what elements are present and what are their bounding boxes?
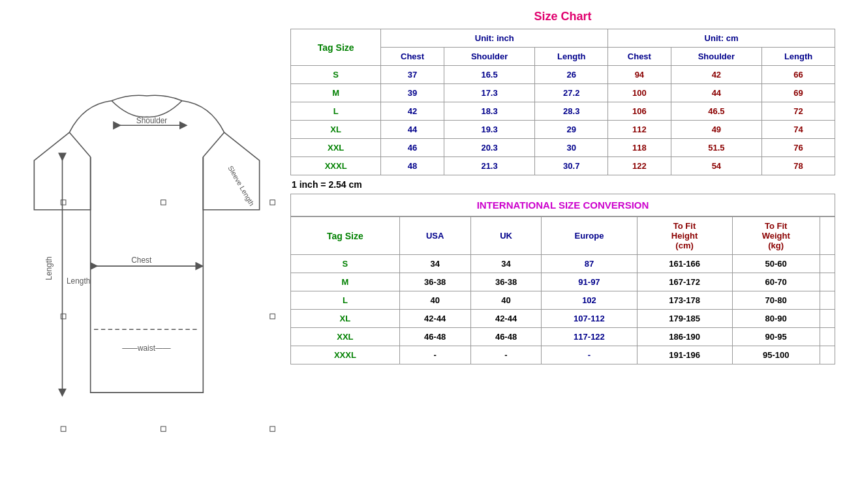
inch-chest-val: 48 (381, 157, 444, 175)
conv-usa-cell: 46-48 (399, 328, 470, 346)
length-label2: Length (67, 276, 90, 286)
corner-mark-2 (161, 200, 166, 205)
inch-shoulder-val: 20.3 (444, 139, 535, 157)
conv-usa-cell: 40 (399, 291, 470, 310)
conv-height-cell: 186-190 (637, 328, 732, 346)
size-chart-table: Tag Size Unit: inch Unit: cm Chest Shoul… (290, 29, 835, 175)
conv-tag-cell: S (291, 255, 400, 273)
conv-empty-cell (820, 255, 835, 273)
inch-shoulder-val: 18.3 (444, 102, 535, 121)
intl-weight-header: To FitWeight(kg) (732, 217, 820, 255)
corner-mark-8 (270, 426, 275, 432)
cm-length-val: 69 (762, 84, 835, 102)
conv-empty-cell (820, 291, 835, 310)
cm-shoulder-val: 46.5 (671, 102, 762, 121)
conv-europe-cell: 117-122 (542, 328, 637, 346)
inch-length-val: 27.2 (535, 84, 608, 102)
tag-size-cell: M (291, 84, 381, 102)
tag-size-cell: S (291, 66, 381, 84)
conversion-title: INTERNATIONAL SIZE CONVERSION (291, 194, 835, 216)
corner-mark-3 (270, 200, 275, 205)
intl-tag-header: Tag Size (291, 217, 400, 255)
conv-europe-cell: - (542, 346, 637, 364)
intl-uk-header: UK (470, 217, 542, 255)
conv-height-cell: 173-178 (637, 291, 732, 310)
inch-length-val: 30.7 (535, 157, 608, 175)
conv-uk-cell: 42-44 (470, 310, 542, 328)
corner-mark-6 (61, 426, 66, 432)
conv-tag-cell: XXL (291, 328, 400, 346)
corner-mark-1 (61, 200, 66, 205)
conv-empty-cell (820, 328, 835, 346)
conv-uk-cell: 36-38 (470, 273, 542, 291)
inch-shoulder-val: 16.5 (444, 66, 535, 84)
cm-length-val: 76 (762, 139, 835, 157)
inch-chest-val: 39 (381, 84, 444, 102)
conv-europe-cell: 107-112 (542, 310, 637, 328)
size-row: XL 44 19.3 29 112 49 74 (291, 121, 835, 139)
conv-uk-cell: 46-48 (470, 328, 542, 346)
inch-length-val: 29 (535, 121, 608, 139)
intl-usa-header: USA (399, 217, 470, 255)
corner-mark-5 (270, 314, 275, 319)
inch-chest-val: 46 (381, 139, 444, 157)
size-row: S 37 16.5 26 94 42 66 (291, 66, 835, 84)
conv-usa-cell: 34 (399, 255, 470, 273)
unit-inch-header: Unit: inch (381, 29, 608, 48)
conv-uk-cell: 40 (470, 291, 542, 310)
conversion-title-table: INTERNATIONAL SIZE CONVERSION (290, 194, 835, 216)
conv-height-cell: 191-196 (637, 346, 732, 364)
conv-uk-cell: - (470, 346, 542, 364)
intl-height-header: To FitHeight(cm) (637, 217, 732, 255)
inch-shoulder-val: 17.3 (444, 84, 535, 102)
inch-shoulder-header: Shoulder (444, 48, 535, 66)
sleeve-label: Sleeve Length (226, 164, 256, 207)
conv-usa-cell: - (399, 346, 470, 364)
cm-chest-val: 100 (608, 84, 671, 102)
conv-europe-cell: 87 (542, 255, 637, 273)
inch-length-val: 30 (535, 139, 608, 157)
tag-size-cell: XL (291, 121, 381, 139)
conversion-row: XXL 46-48 46-48 117-122 186-190 90-95 (291, 328, 835, 346)
cm-shoulder-val: 54 (671, 157, 762, 175)
conv-europe-cell: 91-97 (542, 273, 637, 291)
conv-height-cell: 161-166 (637, 255, 732, 273)
cm-chest-val: 112 (608, 121, 671, 139)
shirt-diagram-panel: Shoulder Chest Length Length Sleeve Leng… (7, 7, 287, 497)
intl-europe-header: Europe (542, 217, 637, 255)
conv-weight-cell: 95-100 (732, 346, 820, 364)
size-chart-title: Size Chart (290, 10, 835, 23)
conversion-table: Tag Size USA UK Europe To FitHeight(cm) … (290, 216, 835, 364)
inch-shoulder-val: 19.3 (444, 121, 535, 139)
conversion-row: M 36-38 36-38 91-97 167-172 60-70 (291, 273, 835, 291)
length-label: Length (44, 256, 54, 280)
waist-label: ——waist—— (122, 344, 171, 353)
conv-weight-cell: 70-80 (732, 291, 820, 310)
conv-uk-cell: 34 (470, 255, 542, 273)
inch-length-val: 28.3 (535, 102, 608, 121)
cm-length-header: Length (762, 48, 835, 66)
conv-tag-cell: XL (291, 310, 400, 328)
conversion-row: S 34 34 87 161-166 50-60 (291, 255, 835, 273)
conv-europe-cell: 102 (542, 291, 637, 310)
cm-chest-header: Chest (608, 48, 671, 66)
cm-chest-val: 106 (608, 102, 671, 121)
cm-chest-val: 122 (608, 157, 671, 175)
conv-empty-cell (820, 310, 835, 328)
inch-shoulder-val: 21.3 (444, 157, 535, 175)
cm-chest-val: 118 (608, 139, 671, 157)
conv-empty-cell (820, 273, 835, 291)
conv-weight-cell: 60-70 (732, 273, 820, 291)
intl-empty-header (820, 217, 835, 255)
corner-mark-4 (61, 314, 66, 319)
unit-cm-header: Unit: cm (608, 29, 835, 48)
inch-length-header: Length (535, 48, 608, 66)
conv-usa-cell: 42-44 (399, 310, 470, 328)
tag-size-cell: XXXL (291, 157, 381, 175)
conv-weight-cell: 50-60 (732, 255, 820, 273)
corner-mark-7 (161, 426, 166, 432)
tag-size-cell: L (291, 102, 381, 121)
conversion-row: XXXL - - - 191-196 95-100 (291, 346, 835, 364)
conv-usa-cell: 36-38 (399, 273, 470, 291)
conversion-row: L 40 40 102 173-178 70-80 (291, 291, 835, 310)
